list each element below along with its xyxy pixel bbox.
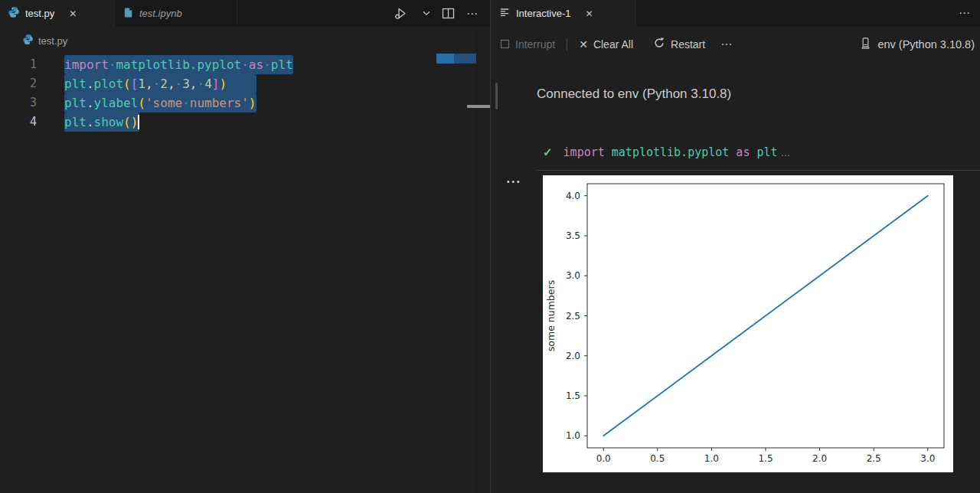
panel-more-actions-icon[interactable]: ⋯	[959, 7, 971, 18]
panel-tabbar: Interactive-1 ✕ ⋯	[492, 0, 980, 27]
matplotlib-figure: 0.00.51.01.52.02.53.01.01.52.02.53.03.54…	[543, 175, 953, 472]
server-environment-icon	[859, 37, 872, 52]
chevron-down-icon[interactable]	[423, 11, 430, 16]
line-number: 1	[0, 55, 51, 74]
code-line[interactable]: 4plt.show()	[0, 113, 490, 132]
svg-text:1.0: 1.0	[566, 430, 580, 441]
interactive-panel: Interactive-1 ✕ ⋯ Interrupt ✕ Clear All	[492, 0, 980, 493]
restart-button[interactable]: Restart	[653, 37, 705, 51]
python-icon	[22, 34, 34, 47]
line-number: 3	[0, 93, 51, 113]
code-area[interactable]: 1import·matplotlib.pyplot·as·plt2plt.plo…	[0, 55, 490, 132]
svg-text:1.5: 1.5	[566, 390, 580, 401]
toolbar-separator	[567, 38, 567, 51]
text-cursor	[138, 115, 139, 129]
cell-code-tokens: import matplotlib.pyplot as plt	[564, 145, 778, 159]
svg-text:3.0: 3.0	[566, 270, 580, 281]
svg-text:0.5: 0.5	[650, 453, 665, 464]
code-line[interactable]: 1import·matplotlib.pyplot·as·plt	[0, 55, 490, 74]
connected-message: Connected to env (Python 3.10.8)	[537, 87, 731, 102]
svg-text:1.5: 1.5	[758, 453, 773, 464]
tab-label: Interactive-1	[516, 8, 571, 19]
tab-interactive-1[interactable]: Interactive-1 ✕	[492, 0, 636, 27]
tab-test-ipynb[interactable]: test.ipynb	[115, 0, 237, 27]
editor-tab-actions: ⋯	[393, 0, 490, 27]
restart-label: Restart	[671, 38, 705, 51]
notebook-icon	[122, 7, 134, 21]
line-number: 2	[0, 74, 51, 93]
vscode-window: test.py ✕ test.ipynb	[0, 0, 980, 493]
svg-text:0.0: 0.0	[596, 453, 611, 464]
editor-tabbar: test.py ✕ test.ipynb	[0, 0, 490, 27]
line-number: 4	[0, 113, 51, 132]
editor-pane: test.py ✕ test.ipynb	[0, 0, 491, 493]
minimap-edge	[476, 27, 477, 493]
svg-text:4.0: 4.0	[566, 191, 580, 201]
split-editor-icon[interactable]	[442, 8, 455, 19]
python-icon	[8, 6, 20, 21]
interrupt-label: Interrupt	[515, 38, 555, 51]
svg-text:2.5: 2.5	[867, 453, 881, 464]
output-options-icon[interactable]: •••	[507, 178, 522, 186]
code-line[interactable]: 3plt.ylabel('some·numbers')	[0, 93, 490, 113]
svg-text:1.0: 1.0	[704, 453, 719, 464]
overview-ruler-marker	[467, 105, 490, 108]
executed-cell[interactable]: ✓ import matplotlib.pyplot as plt…	[543, 145, 791, 159]
kernel-picker[interactable]: env (Python 3.10.8)	[859, 37, 980, 52]
panel-toolbar: Interrupt ✕ Clear All Restart ⋯	[492, 27, 980, 61]
close-icon[interactable]: ✕	[583, 8, 596, 20]
run-or-debug-icon[interactable]	[393, 7, 411, 20]
svg-text:3.5: 3.5	[566, 230, 580, 241]
clear-all-button[interactable]: ✕ Clear All	[579, 38, 633, 51]
clear-all-label: Clear All	[593, 38, 633, 51]
interactive-window-icon	[499, 7, 511, 21]
cell-separator	[537, 170, 980, 171]
tab-label: test.py	[25, 8, 54, 19]
close-icon[interactable]: ✕	[67, 8, 79, 20]
panel-scrollbar[interactable]	[495, 83, 498, 109]
cell-code: import matplotlib.pyplot as plt…	[564, 145, 791, 159]
breadcrumb[interactable]: test.py	[0, 29, 490, 52]
restart-icon	[653, 37, 665, 51]
tab-label: test.ipynb	[139, 8, 182, 19]
svg-text:3.0: 3.0	[920, 453, 935, 464]
chart: 0.00.51.01.52.02.53.01.01.52.02.53.03.54…	[543, 175, 953, 472]
panel-content: Connected to env (Python 3.10.8) ✓ impor…	[492, 61, 980, 493]
success-check-icon: ✓	[543, 145, 553, 159]
interrupt-button[interactable]: Interrupt	[500, 38, 555, 51]
code-line[interactable]: 2plt.plot([1,·2,·3,·4])	[0, 74, 490, 93]
svg-text:2.5: 2.5	[566, 311, 580, 322]
code-lines: 1import·matplotlib.pyplot·as·plt2plt.plo…	[0, 55, 490, 132]
toolbar-more-icon[interactable]: ⋯	[720, 38, 733, 50]
more-actions-icon[interactable]: ⋯	[466, 8, 479, 19]
collapsed-code-icon[interactable]: …	[781, 147, 791, 158]
svg-text:some numbers: some numbers	[545, 280, 557, 351]
svg-text:2.0: 2.0	[812, 453, 827, 464]
tab-test-py[interactable]: test.py ✕	[0, 0, 115, 27]
kernel-label: env (Python 3.10.8)	[877, 38, 975, 51]
breadcrumb-label: test.py	[38, 35, 67, 47]
minimap[interactable]	[436, 54, 476, 64]
clear-icon: ✕	[579, 39, 588, 50]
svg-text:2.0: 2.0	[566, 351, 580, 361]
